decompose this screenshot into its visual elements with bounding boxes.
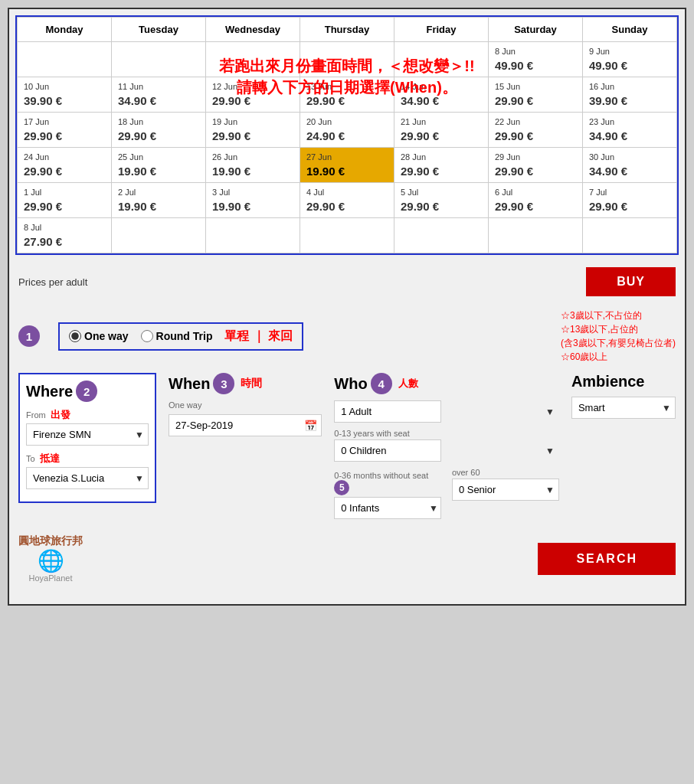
cell-price: 19.90 € bbox=[118, 165, 199, 178]
calendar-container: 若跑出來月份畫面時間，＜想改變＞!! 請轉入下方的日期選擇(When)。 Mon… bbox=[15, 15, 679, 255]
when-annotation: 時間 bbox=[241, 377, 262, 390]
calendar-cell[interactable]: 23 Jun34.90 € bbox=[583, 113, 677, 148]
adult-arrow-icon: ▼ bbox=[545, 407, 555, 417]
calendar-cell[interactable]: 29 Jun29.90 € bbox=[489, 148, 583, 183]
calendar-table: MondayTuesdayWednesdayThursdayFridaySatu… bbox=[17, 17, 677, 253]
senior-group: over 60 0 Senior ▼ bbox=[452, 468, 559, 501]
calendar-header: Thursday bbox=[300, 18, 394, 42]
calendar-cell bbox=[112, 218, 206, 253]
cell-date: 19 Jun bbox=[212, 117, 293, 126]
calendar-cell[interactable]: 7 Jul29.90 € bbox=[583, 183, 677, 218]
calendar-cell[interactable]: 14 Jun34.90 € bbox=[394, 77, 489, 113]
calendar-cell[interactable]: 15 Jun29.90 € bbox=[489, 77, 583, 113]
calendar-cell[interactable]: 9 Jun49.90 € bbox=[583, 42, 677, 77]
calendar-cell[interactable]: 28 Jun29.90 € bbox=[394, 148, 489, 183]
calendar-cell[interactable]: 19 Jun29.90 € bbox=[206, 113, 300, 148]
cell-date: 29 Jun bbox=[495, 152, 576, 162]
adult-select[interactable]: 1 Adult bbox=[334, 400, 441, 423]
step5-badge: 5 bbox=[334, 480, 349, 495]
form-fields-row: Where 2 From 出發 Firenze SMN ▼ bbox=[18, 373, 676, 519]
infants-label: 0-36 months without seat 5 bbox=[334, 471, 443, 495]
one-way-radio[interactable] bbox=[69, 330, 81, 342]
calendar-header: Friday bbox=[394, 18, 489, 42]
main-container: 若跑出來月份畫面時間，＜想改變＞!! 請轉入下方的日期選擇(When)。 Mon… bbox=[8, 8, 686, 606]
children-arrow-icon: ▼ bbox=[545, 446, 555, 456]
one-way-option[interactable]: One way bbox=[69, 330, 129, 342]
date-input[interactable] bbox=[169, 414, 322, 436]
calendar-cell bbox=[489, 218, 583, 253]
calendar-cell[interactable]: 8 Jul27.90 € bbox=[18, 218, 112, 253]
calendar-cell[interactable]: 25 Jun19.90 € bbox=[112, 148, 206, 183]
calendar-cell[interactable]: 5 Jul29.90 € bbox=[394, 183, 489, 218]
from-select-wrapper: Firenze SMN ▼ bbox=[26, 423, 149, 446]
children-select[interactable]: 0 Children bbox=[334, 439, 441, 462]
cell-date: 4 Jul bbox=[306, 188, 388, 197]
step4-badge: 4 bbox=[371, 373, 392, 394]
cell-date: 9 Jun bbox=[589, 47, 670, 56]
calendar-cell[interactable]: 1 Jul29.90 € bbox=[18, 183, 112, 218]
adult-select-wrapper: 1 Adult ▼ bbox=[334, 400, 559, 423]
cell-price: 39.90 € bbox=[589, 94, 670, 107]
ambience-select[interactable]: Smart bbox=[571, 397, 676, 419]
calendar-cell[interactable]: 4 Jul29.90 € bbox=[300, 183, 394, 218]
to-annotation: 抵達 bbox=[40, 452, 60, 464]
calendar-cell bbox=[206, 218, 300, 253]
seniors-row: 0-36 months without seat 5 0 Infants ▼ bbox=[334, 468, 559, 519]
calendar-cell[interactable]: 3 Jul19.90 € bbox=[206, 183, 300, 218]
to-select[interactable]: Venezia S.Lucia bbox=[26, 467, 149, 489]
cell-price: 27.90 € bbox=[24, 235, 105, 248]
cell-date: 12 Jun bbox=[212, 82, 293, 91]
logo-sub: HoyaPlanet bbox=[29, 573, 73, 583]
trip-annotation: 單程 ｜ 來回 bbox=[224, 328, 293, 345]
calendar-cell bbox=[18, 42, 112, 77]
calendar-cell[interactable]: 30 Jun34.90 € bbox=[583, 148, 677, 183]
cell-price: 29.90 € bbox=[24, 129, 105, 142]
calendar-cell[interactable]: 18 Jun29.90 € bbox=[112, 113, 206, 148]
cell-date: 22 Jun bbox=[495, 117, 576, 126]
calendar-cell[interactable]: 16 Jun39.90 € bbox=[583, 77, 677, 113]
calendar-cell[interactable]: 22 Jun29.90 € bbox=[489, 113, 583, 148]
calendar-cell[interactable]: 26 Jun19.90 € bbox=[206, 148, 300, 183]
annotation-note-line: ☆60歲以上 bbox=[561, 350, 676, 364]
calendar-cell[interactable]: 27 Jun19.90 € bbox=[300, 148, 394, 183]
infants-group: 0-36 months without seat 5 0 Infants ▼ bbox=[334, 471, 443, 519]
cell-date: 28 Jun bbox=[401, 152, 482, 162]
calendar-cell bbox=[300, 218, 394, 253]
senior-select[interactable]: 0 Senior bbox=[452, 479, 559, 501]
search-button[interactable]: SEARCH bbox=[538, 543, 676, 575]
cell-price: 29.90 € bbox=[495, 129, 576, 142]
calendar-cell[interactable]: 10 Jun39.90 € bbox=[18, 77, 112, 113]
cell-price: 29.90 € bbox=[495, 94, 576, 107]
cell-date: 14 Jun bbox=[401, 82, 482, 91]
from-field-group: From 出發 Firenze SMN ▼ bbox=[26, 408, 149, 446]
step1-row: 1 One way Round Trip 單程 ｜ 來回 ☆3歲以下,不占位的☆… bbox=[18, 309, 676, 364]
infants-select[interactable]: 0 Infants bbox=[334, 497, 441, 519]
calendar-cell[interactable]: 24 Jun29.90 € bbox=[18, 148, 112, 183]
calendar-cell[interactable]: 20 Jun24.90 € bbox=[300, 113, 394, 148]
from-select[interactable]: Firenze SMN bbox=[26, 423, 149, 446]
children-field-group: 0-13 years with seat 0 Children ▼ bbox=[334, 429, 559, 462]
calendar-cell[interactable]: 12 Jun29.90 € bbox=[206, 77, 300, 113]
calendar-cell[interactable]: 6 Jul29.90 € bbox=[489, 183, 583, 218]
calendar-cell[interactable]: 8 Jun49.90 € bbox=[489, 42, 583, 77]
calendar-cell[interactable]: 11 Jun34.90 € bbox=[112, 77, 206, 113]
calendar-cell[interactable]: 2 Jul19.90 € bbox=[112, 183, 206, 218]
calendar-cell[interactable]: 13 Jun29.90 € bbox=[300, 77, 394, 113]
round-trip-option[interactable]: Round Trip bbox=[141, 330, 213, 342]
round-trip-radio[interactable] bbox=[141, 330, 153, 342]
who-annotation: 人數 bbox=[398, 377, 418, 390]
annotation-note-line: ☆3歲以下,不占位的 bbox=[561, 309, 676, 322]
logo-area: 圓地球旅行邦 🌐 HoyaPlanet bbox=[18, 534, 83, 583]
to-select-wrapper: Venezia S.Lucia ▼ bbox=[26, 467, 149, 489]
calendar-header: Tuesday bbox=[112, 18, 206, 42]
cell-price: 19.90 € bbox=[118, 200, 199, 213]
calendar-header: Wednesday bbox=[206, 18, 300, 42]
from-label: From 出發 bbox=[26, 408, 149, 422]
calendar-cell[interactable]: 17 Jun29.90 € bbox=[18, 113, 112, 148]
buy-button[interactable]: BUY bbox=[586, 267, 676, 296]
calendar-cell[interactable]: 21 Jun29.90 € bbox=[394, 113, 489, 148]
cell-price: 29.90 € bbox=[401, 165, 482, 178]
ambience-section: Ambience Smart ▼ bbox=[571, 373, 676, 419]
annotation-note-line: (含3歲以下,有嬰兒椅占位者) bbox=[561, 336, 676, 350]
senior-label: over 60 bbox=[452, 468, 559, 477]
